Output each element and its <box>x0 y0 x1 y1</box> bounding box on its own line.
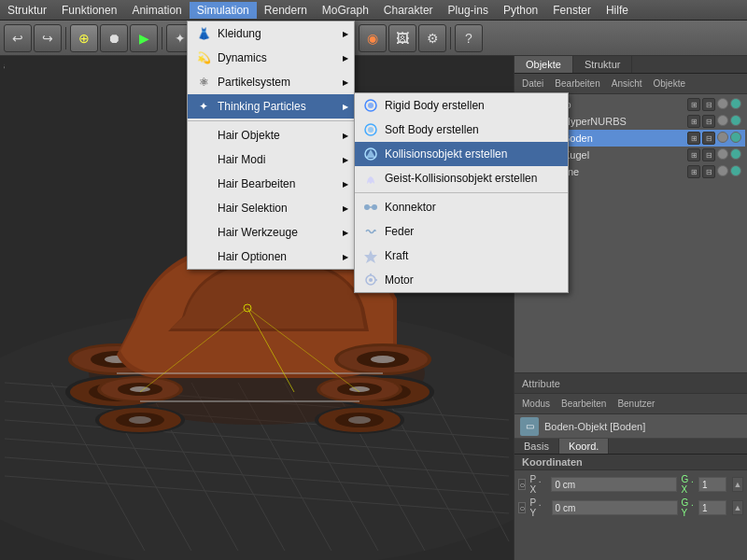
toolbar-render-view[interactable]: 🖼 <box>388 24 416 52</box>
scene-svg <box>0 56 514 560</box>
attr-benutzer[interactable]: Benutzer <box>613 398 658 410</box>
obj-boden[interactable]: ▭ Boden ⊞ ⊟ <box>516 130 745 147</box>
input-gy[interactable] <box>698 500 726 515</box>
menubar-item-fenster[interactable]: Fenster <box>545 2 599 19</box>
dot-szene <box>717 165 728 176</box>
toolbar-select-lasso[interactable]: ◎ <box>292 24 320 52</box>
toolbar-rotate[interactable]: ↻ <box>226 24 254 52</box>
checkbox-py[interactable]: ○ <box>518 502 526 513</box>
attr-row-px: ○ P . X G . X ▲ <box>518 474 743 495</box>
menubar-item-mograph[interactable]: MoGraph <box>315 2 376 19</box>
objects-toolbar-datei[interactable]: Datei <box>518 77 547 90</box>
label-kugel: Kugel <box>563 149 589 161</box>
dot-hyp-2 <box>730 115 741 126</box>
toolbar-sep-5 <box>450 27 451 49</box>
toolbar-select-rect[interactable]: ▣ <box>262 24 290 52</box>
icon-szene: 🎬 <box>533 165 546 178</box>
ctrl-bod-2[interactable]: ⊟ <box>702 132 715 145</box>
menubar-item-hilfe[interactable]: Hilfe <box>599 2 636 19</box>
dot-kugel <box>717 148 728 160</box>
menubar-item-charakter[interactable]: Charakter <box>376 2 441 19</box>
obj-auto[interactable]: ▼ 🚗 Auto ⊞ ⊟ <box>516 96 745 113</box>
toolbar-play[interactable]: ▶ <box>130 24 158 52</box>
ctrl-kug-1[interactable]: ⊞ <box>687 148 700 161</box>
right-panel: Objekte Struktur Datei Bearbeiten Ansich… <box>514 56 747 560</box>
svg-point-49 <box>349 386 370 392</box>
toolbar-scale[interactable]: ⤡ <box>196 24 224 52</box>
attr-obj-icon: ▭ <box>520 417 539 436</box>
toolbar-sep-3 <box>258 27 259 49</box>
expand-hypernurbs: ▷ <box>533 117 543 126</box>
attributes-panel: Attribute Modus Bearbeiten Benutzer ▭ Bo… <box>514 373 747 560</box>
toolbar-move[interactable]: ✦ <box>166 24 194 52</box>
menubar-item-simulation[interactable]: Simulation <box>190 2 257 19</box>
attr-tab-koord[interactable]: Koord. <box>559 439 609 454</box>
icon-auto: 🚗 <box>533 98 546 111</box>
svg-point-41 <box>371 356 395 363</box>
viewport[interactable]: ansicht <box>0 56 514 560</box>
toolbar-render[interactable]: ◉ <box>359 24 387 52</box>
expand-szene: ▷ <box>520 167 529 176</box>
toolbar-undo[interactable]: ↩ <box>4 24 32 52</box>
ctrl-szene-2[interactable]: ⊟ <box>702 165 715 178</box>
menubar-item-animation[interactable]: Animation <box>124 2 189 19</box>
menubar: Struktur Funktionen Animation Simulation… <box>0 0 747 21</box>
obj-controls-boden: ⊞ ⊟ <box>687 132 741 145</box>
input-px[interactable] <box>551 477 677 492</box>
objects-toolbar-ansicht[interactable]: Ansicht <box>608 77 646 90</box>
input-gx[interactable] <box>698 477 726 492</box>
toolbar-sep-1 <box>65 27 66 49</box>
menubar-item-python[interactable]: Python <box>496 2 545 19</box>
label-auto: Auto <box>550 99 571 110</box>
label-hypernurbs: HyperNURBS <box>563 116 627 127</box>
toolbar-sep-4 <box>354 27 355 49</box>
menubar-item-struktur[interactable]: Struktur <box>0 2 54 19</box>
tab-struktur[interactable]: Struktur <box>573 56 633 73</box>
spin-up-gx[interactable]: ▲ <box>732 477 743 492</box>
attr-tab-basis[interactable]: Basis <box>514 439 559 454</box>
objects-toolbar-bearbeiten[interactable]: Bearbeiten <box>551 77 603 90</box>
attr-modus[interactable]: Modus <box>518 398 554 410</box>
panel-tabs: Objekte Struktur <box>514 56 747 74</box>
main-layout: ansicht <box>0 56 747 560</box>
toolbar-record[interactable]: ⏺ <box>100 24 128 52</box>
label-szene: Szene <box>550 166 579 177</box>
menubar-item-rendern[interactable]: Rendern <box>257 2 315 19</box>
obj-controls-auto: ⊞ ⊟ <box>687 98 741 111</box>
attr-header-label: Attribute <box>522 378 560 389</box>
objects-toolbar-objekte[interactable]: Objekte <box>650 77 689 90</box>
toolbar-select-poly[interactable]: ⬡ <box>322 24 350 52</box>
input-py[interactable] <box>552 500 678 515</box>
label-gx: G . X <box>681 474 695 495</box>
icon-hypernurbs: ◇ <box>546 115 559 128</box>
objects-toolbar: Datei Bearbeiten Ansicht Objekte <box>514 74 747 94</box>
toolbar-live[interactable]: ⊕ <box>70 24 98 52</box>
toolbar-redo[interactable]: ↪ <box>34 24 62 52</box>
scene-canvas <box>0 56 514 560</box>
toolbar-render-settings[interactable]: ⚙ <box>418 24 446 52</box>
ctrl-bod-1[interactable]: ⊞ <box>687 132 700 145</box>
menubar-item-plugins[interactable]: Plug-ins <box>441 2 496 19</box>
dot-boden-2 <box>730 132 741 143</box>
ctrl-szene-1[interactable]: ⊞ <box>687 165 700 178</box>
dot-boden <box>717 132 728 143</box>
ctrl-hyp-2[interactable]: ⊟ <box>702 115 715 128</box>
checkbox-px[interactable]: ○ <box>518 479 526 490</box>
obj-hypernurbs[interactable]: ▷ ◇ HyperNURBS ⊞ ⊟ <box>516 113 745 130</box>
toolbar-help[interactable]: ? <box>455 24 483 52</box>
obj-kugel[interactable]: ○ Kugel ⊞ ⊟ <box>516 147 745 163</box>
attr-toolbar: Modus Bearbeiten Benutzer <box>514 394 747 414</box>
ctrl-hyp-1[interactable]: ⊞ <box>687 115 700 128</box>
ctrl-auto-1[interactable]: ⊞ <box>687 98 700 111</box>
obj-szene[interactable]: ▷ 🎬 Szene ⊞ ⊟ <box>516 163 745 180</box>
svg-point-33 <box>130 386 150 392</box>
ctrl-auto-2[interactable]: ⊟ <box>702 98 715 111</box>
menubar-item-funktionen[interactable]: Funktionen <box>54 2 124 19</box>
expand-auto: ▼ <box>520 100 529 109</box>
attr-bearbeiten[interactable]: Bearbeiten <box>557 398 610 410</box>
tab-objekte[interactable]: Objekte <box>514 56 573 73</box>
spin-up-gy[interactable]: ▲ <box>732 500 743 515</box>
ctrl-kug-2[interactable]: ⊟ <box>702 148 715 161</box>
objects-list: ▼ 🚗 Auto ⊞ ⊟ ▷ ◇ HyperNURBS <box>514 94 747 372</box>
attr-fields: ○ P . X G . X ▲ ○ P . Y G . Y <box>514 470 747 522</box>
